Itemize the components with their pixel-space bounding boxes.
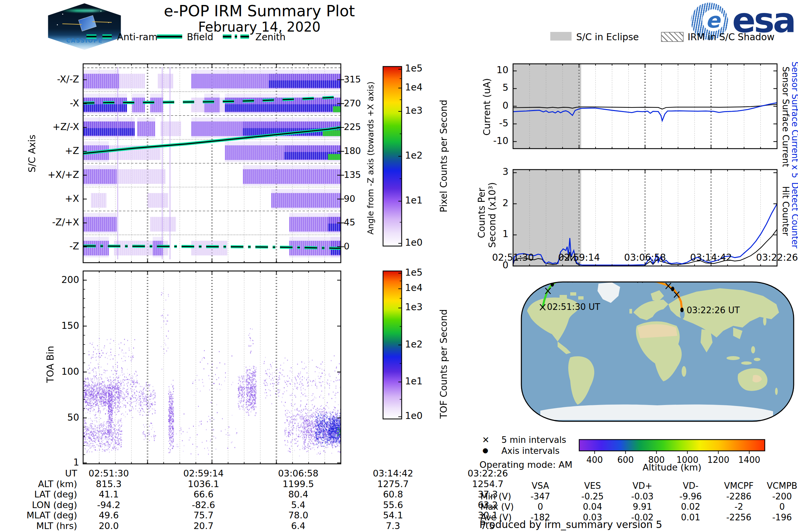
sc-band-label: +Z bbox=[65, 145, 79, 156]
ephemeris-cell: 1199.5 bbox=[283, 479, 314, 489]
ephemeris-cell: -82.6 bbox=[192, 500, 215, 510]
ephemeris-cell: 6.4 bbox=[291, 521, 306, 531]
ephemeris-cell: 02:59:14 bbox=[183, 468, 224, 478]
ephemeris-cell: 03:14:42 bbox=[373, 468, 413, 478]
track-start-label: 02:51:30 UT bbox=[547, 302, 600, 312]
ephemeris-cell: 20.0 bbox=[99, 521, 119, 531]
ephemeris-cell: 03:22:26 bbox=[468, 468, 508, 478]
current-right-label-blue: Sensor Surface Current x 5 bbox=[790, 61, 798, 178]
shadow-legend-label: IRM in S/C Shadow bbox=[688, 32, 774, 42]
colorbar-tick-label: 1e4 bbox=[405, 282, 423, 293]
colorbar-tick-label: 1e1 bbox=[405, 195, 423, 206]
time-tick-label: 02:51:30 bbox=[492, 252, 534, 263]
ephemeris-row-label: LON (deg) bbox=[32, 500, 77, 510]
time-tick-label: 03:14:42 bbox=[690, 252, 732, 263]
track-end-label: 03:22:26 UT bbox=[687, 305, 740, 315]
star-icon bbox=[57, 24, 58, 25]
colorbar-tick-label: 1e2 bbox=[405, 339, 423, 350]
dot-marker-icon: ● bbox=[482, 446, 488, 454]
counts-ylabel-line2: Second (x10³) bbox=[487, 182, 498, 248]
angle-axis-label: Angle from -Z axis (towards +X axis) bbox=[366, 81, 375, 235]
voltage-column-header: VSA bbox=[532, 481, 549, 491]
angle-tick-label: 45 bbox=[344, 217, 355, 227]
voltage-cell: 0.04 bbox=[583, 502, 602, 512]
tof-cbar-label: TOF Counts per Second bbox=[438, 309, 449, 419]
ephemeris-cell: 1275.7 bbox=[377, 479, 408, 489]
page-title-text: e-POP IRM Summary Plot bbox=[164, 2, 355, 20]
time-tick-label: 03:06:58 bbox=[624, 252, 666, 263]
voltage-cell: -2286 bbox=[726, 491, 752, 501]
current-ytick: 0 bbox=[502, 100, 508, 111]
voltage-cell: -196 bbox=[772, 512, 792, 522]
voltage-row-label: Max (V) bbox=[480, 502, 514, 512]
angle-tick-label: 90 bbox=[344, 193, 355, 204]
sc-band-label: -Z/+X bbox=[52, 217, 79, 228]
current-ytick: -5 bbox=[499, 118, 508, 129]
ephemeris-cell: 5.4 bbox=[291, 500, 306, 510]
colorbar-tick-label: 1e3 bbox=[405, 105, 423, 116]
eclipse-legend-label: S/C in Eclipse bbox=[576, 32, 639, 42]
voltage-column-header: VES bbox=[584, 481, 601, 491]
voltage-cell: 0 bbox=[779, 502, 785, 512]
zenith-legend-icon bbox=[222, 32, 251, 41]
ephemeris-cell: 80.4 bbox=[288, 489, 308, 499]
ephemeris-cell: 49.6 bbox=[99, 510, 119, 520]
ephemeris-cell: 02:51:30 bbox=[89, 468, 129, 478]
satellite-icon bbox=[78, 15, 96, 31]
voltage-cell: -347 bbox=[530, 491, 550, 501]
esa-e-icon: e bbox=[706, 8, 720, 33]
ephemeris-row-label: LAT (deg) bbox=[34, 489, 77, 499]
ephemeris-cell: 55.6 bbox=[383, 500, 403, 510]
angle-tick-label: 180 bbox=[344, 146, 361, 156]
ephemeris-cell: 54.1 bbox=[383, 510, 403, 520]
sc-band-label: -X bbox=[70, 98, 79, 109]
toa-ylabel: TOA Bin bbox=[45, 346, 56, 383]
toa-tick-label: 100 bbox=[61, 366, 79, 377]
ephemeris-cell: 1254.7 bbox=[472, 479, 504, 489]
world-map bbox=[520, 274, 795, 422]
colorbar-tick-label: 1e3 bbox=[405, 302, 423, 312]
current-ytick: -10 bbox=[493, 135, 508, 146]
irm-summary-page: CASSIOPE e-POP IRM Summary Plot February… bbox=[0, 0, 798, 532]
ephemeris-cell: 03:06:58 bbox=[278, 468, 318, 478]
bfield-legend-label: Bfield bbox=[187, 32, 213, 42]
altitude-tick-label: 600 bbox=[618, 455, 634, 465]
colorbar-tick-label: 1e2 bbox=[405, 150, 423, 161]
counts-right-label-blue: Detect Counter bbox=[790, 182, 798, 248]
shadow-legend-swatch bbox=[661, 32, 684, 42]
voltage-cell: -9.96 bbox=[679, 491, 702, 501]
angle-tick-label: 270 bbox=[344, 98, 361, 108]
voltage-cell: -2256 bbox=[726, 512, 752, 522]
altitude-tick-label: 1000 bbox=[676, 455, 698, 465]
altitude-tick-label: 1200 bbox=[707, 455, 729, 465]
current-right-label-black: Sensor Surface Current bbox=[781, 66, 791, 167]
zenith-legend-label: Zenith bbox=[255, 32, 286, 42]
colorbar-tick-label: 1e5 bbox=[405, 267, 423, 278]
ephemeris-row-label: MLT (hrs) bbox=[36, 521, 77, 531]
sc-band-label: -X/-Z bbox=[57, 74, 79, 85]
ephemeris-cell: 78.0 bbox=[288, 510, 308, 520]
sc-band-label: +Z/-X bbox=[53, 121, 79, 132]
ephemeris-row-label: UT bbox=[65, 468, 77, 478]
sc-band-label: -Z bbox=[70, 241, 79, 252]
ephemeris-cell: 60.8 bbox=[383, 489, 403, 499]
voltage-row-label: Min (V) bbox=[480, 491, 511, 501]
voltage-cell: 0.02 bbox=[681, 502, 700, 512]
ephemeris-cell: 75.7 bbox=[193, 510, 213, 520]
star-icon bbox=[62, 14, 63, 15]
time-tick-label: 02:59:14 bbox=[558, 252, 600, 263]
ephemeris-cell: -94.2 bbox=[97, 500, 120, 510]
counts-ylabel-line1: Counts Per bbox=[476, 188, 487, 238]
voltage-column-header: VCMPB bbox=[767, 481, 797, 491]
colorbar-tick-label: 1e0 bbox=[405, 237, 423, 248]
altitude-tick-label: 400 bbox=[586, 455, 603, 465]
colorbar-tick-label: 1e4 bbox=[405, 82, 423, 93]
voltage-cell: -2 bbox=[735, 502, 743, 512]
counts-ytick: 3 bbox=[502, 166, 508, 177]
sc-axis-spectrogram bbox=[83, 64, 341, 263]
pixel-cbar-label: Pixel Counts per Second bbox=[438, 100, 449, 212]
voltage-cell: -0.02 bbox=[631, 512, 653, 522]
antiram-legend-icon bbox=[86, 32, 112, 41]
dot-marker-label: Axis intervals bbox=[501, 446, 559, 456]
ephemeris-row-label: MLAT (deg) bbox=[26, 510, 77, 520]
